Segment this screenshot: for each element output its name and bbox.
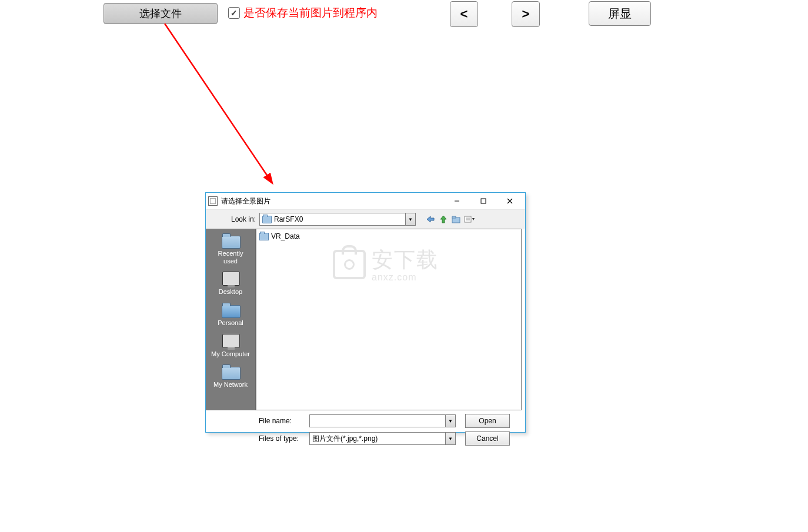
save-image-checkbox[interactable]: ✓ 是否保存当前图片到程序内	[228, 5, 378, 21]
places-label: My Network	[207, 381, 254, 389]
places-label: Personal	[207, 319, 254, 327]
chevron-down-icon: ▼	[445, 433, 455, 444]
dialog-titlebar[interactable]: 请选择全景图片	[206, 193, 525, 210]
lookin-combo[interactable]: RarSFX0 ▼	[259, 213, 416, 226]
folder-icon	[222, 236, 241, 249]
screen-display-button[interactable]: 屏显	[589, 1, 651, 26]
watermark-zh: 安下载	[372, 246, 439, 275]
filetype-combo[interactable]: 图片文件(*.jpg,*.png) ▼	[309, 432, 456, 445]
new-folder-icon[interactable]	[451, 214, 462, 225]
filename-input[interactable]: ▼	[309, 414, 456, 427]
watermark-en: anxz.com	[372, 272, 416, 283]
places-my-computer[interactable]: My Computer	[206, 332, 255, 363]
folder-icon	[259, 233, 269, 240]
filetype-value: 图片文件(*.jpg,*.png)	[312, 434, 378, 444]
top-toolbar: 选择文件 ✓ 是否保存当前图片到程序内 < > 屏显	[0, 0, 808, 27]
select-file-button[interactable]: 选择文件	[103, 3, 218, 24]
window-controls	[443, 193, 523, 209]
maximize-button[interactable]	[470, 193, 496, 209]
filename-label: File name:	[259, 417, 309, 425]
svg-marker-6	[427, 216, 434, 222]
dialog-bottom-rows: File name: ▼ Open Files of type: 图片文件(*.…	[206, 414, 525, 450]
computer-icon	[222, 334, 240, 348]
file-open-dialog: 请选择全景图片 Look in: RarSFX0 ▼	[205, 192, 526, 433]
places-label: Desktop	[207, 288, 254, 296]
home-folder-icon	[222, 305, 241, 318]
chevron-down-icon: ▼	[405, 213, 415, 225]
save-image-checkbox-label: 是否保存当前图片到程序内	[243, 5, 378, 21]
filename-row: File name: ▼ Open	[259, 414, 520, 428]
dialog-body: Recently used Desktop Personal My Comput…	[206, 229, 525, 410]
bag-icon	[333, 250, 366, 279]
network-folder-icon	[222, 367, 241, 380]
list-item[interactable]: VR_Data	[259, 232, 519, 241]
svg-marker-13	[472, 218, 475, 220]
back-icon[interactable]	[425, 214, 436, 225]
folder-icon	[262, 216, 272, 223]
svg-line-1	[165, 24, 272, 182]
checkmark-icon: ✓	[228, 7, 240, 19]
annotation-arrow-icon	[147, 18, 300, 194]
svg-rect-3	[481, 199, 486, 203]
chevron-down-icon: ▼	[445, 415, 455, 427]
file-item-name: VR_Data	[271, 232, 300, 240]
view-menu-icon[interactable]	[464, 214, 475, 225]
watermark: 安下载 anxz.com	[333, 246, 439, 283]
places-bar: Recently used Desktop Personal My Comput…	[206, 229, 256, 410]
cancel-button[interactable]: Cancel	[465, 431, 510, 446]
places-label: My Computer	[207, 350, 254, 358]
lookin-value: RarSFX0	[274, 215, 303, 223]
places-personal[interactable]: Personal	[206, 300, 255, 332]
close-button[interactable]	[496, 193, 523, 209]
svg-rect-10	[465, 216, 471, 222]
lookin-label: Look in:	[206, 215, 256, 223]
dialog-app-icon	[208, 196, 218, 206]
open-button[interactable]: Open	[465, 414, 510, 428]
next-button[interactable]: >	[512, 1, 540, 27]
places-label: Recently used	[207, 250, 254, 265]
lookin-row: Look in: RarSFX0 ▼	[206, 210, 525, 229]
nav-icons	[425, 214, 475, 225]
file-list[interactable]: VR_Data 安下载 anxz.com	[256, 229, 522, 410]
filetype-row: Files of type: 图片文件(*.jpg,*.png) ▼ Cance…	[259, 431, 520, 446]
dialog-title: 请选择全景图片	[221, 196, 443, 206]
prev-button[interactable]: <	[450, 1, 478, 27]
desktop-icon	[222, 272, 240, 286]
up-one-level-icon[interactable]	[438, 214, 449, 225]
places-my-network[interactable]: My Network	[206, 362, 255, 393]
minimize-button[interactable]	[443, 193, 470, 209]
svg-rect-9	[452, 216, 456, 218]
filetype-label: Files of type:	[259, 434, 309, 443]
places-recently-used[interactable]: Recently used	[206, 231, 255, 269]
places-desktop[interactable]: Desktop	[206, 269, 255, 300]
svg-marker-7	[440, 216, 446, 223]
